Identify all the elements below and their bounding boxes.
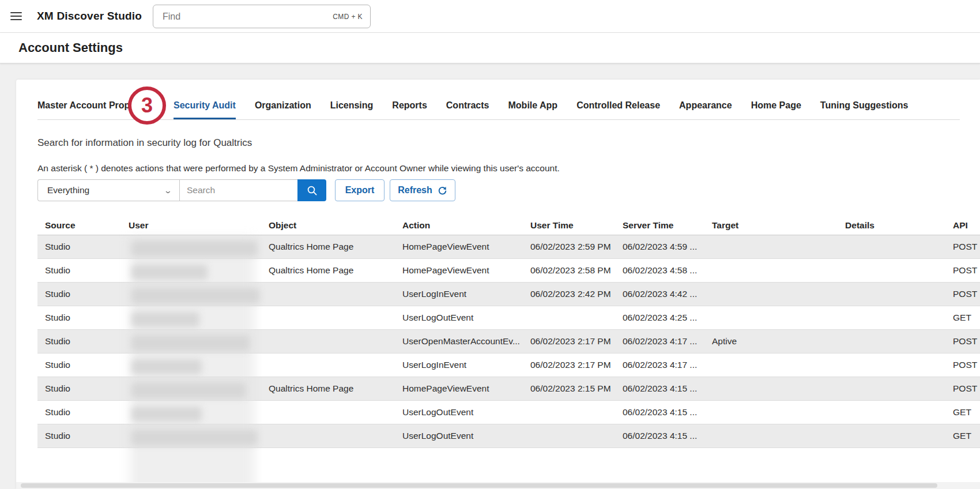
scope-dropdown[interactable]: Everything ⌄: [37, 179, 179, 201]
cell-user-time: 06/02/2023 2:17 PM: [523, 360, 615, 370]
cell-action: UserLogOutEvent: [395, 431, 523, 441]
cell-source: Studio: [37, 242, 121, 252]
table-header-row: SourceUserObjectActionUser TimeServer Ti…: [37, 216, 980, 235]
search-icon: [307, 185, 318, 196]
cell-server-time: 06/02/2023 4:15 ...: [615, 383, 704, 394]
table-row[interactable]: StudioQualtrics Home PageHomePageViewEve…: [37, 259, 980, 283]
cell-server-time: 06/02/2023 4:17 ...: [615, 360, 704, 370]
cell-source: Studio: [37, 289, 121, 299]
cell-action: UserLogOutEvent: [395, 407, 523, 417]
horizontal-scrollbar-thumb[interactable]: [21, 483, 937, 488]
settings-tab-bar: Master Account PropertiesSecurity AuditO…: [37, 92, 960, 120]
column-header-api: API: [945, 220, 980, 231]
refresh-icon: [438, 186, 447, 195]
tab-home-page[interactable]: Home Page: [751, 92, 801, 119]
column-header-user-time: User Time: [523, 220, 615, 231]
table-row[interactable]: StudioUserLogInEvent06/02/2023 2:42 PM06…: [37, 283, 980, 306]
table-row[interactable]: StudioUserOpenMasterAccountEv...06/02/20…: [37, 330, 980, 353]
refresh-button-label: Refresh: [398, 185, 432, 195]
cell-api: POST: [945, 289, 980, 299]
cell-object: Qualtrics Home Page: [261, 242, 395, 252]
cell-user-time: 06/02/2023 2:58 PM: [523, 265, 615, 276]
hamburger-menu-icon[interactable]: [10, 12, 22, 20]
cell-server-time: 06/02/2023 4:42 ...: [615, 289, 704, 299]
cell-source: Studio: [37, 431, 121, 441]
tab-organization[interactable]: Organization: [255, 92, 311, 119]
cell-user-time: 06/02/2023 2:59 PM: [523, 242, 615, 252]
cell-api: GET: [945, 407, 980, 417]
column-header-target: Target: [704, 220, 775, 231]
table-row[interactable]: StudioUserLogInEvent06/02/2023 2:17 PM06…: [37, 353, 980, 377]
tab-reports[interactable]: Reports: [392, 92, 427, 119]
tab-contracts[interactable]: Contracts: [446, 92, 489, 119]
column-header-object: Object: [261, 220, 395, 231]
cell-api: POST: [945, 336, 980, 347]
annotation-badge-number: 3: [141, 93, 153, 118]
account-settings-card: Master Account PropertiesSecurity AuditO…: [16, 80, 980, 489]
security-audit-table: SourceUserObjectActionUser TimeServer Ti…: [37, 216, 980, 448]
cell-action: HomePageViewEvent: [395, 242, 523, 252]
tab-tuning-suggestions[interactable]: Tuning Suggestions: [820, 92, 909, 119]
cell-source: Studio: [37, 313, 121, 323]
annotation-badge-circle: 3: [128, 86, 166, 125]
cell-source: Studio: [37, 383, 121, 394]
tab-appearance[interactable]: Appearance: [679, 92, 732, 119]
cell-server-time: 06/02/2023 4:59 ...: [615, 242, 704, 252]
page-header: Account Settings: [0, 33, 980, 63]
cell-user-time: 06/02/2023 2:42 PM: [523, 289, 615, 299]
cell-action: UserLogOutEvent: [395, 313, 523, 323]
table-row[interactable]: StudioUserLogOutEvent06/02/2023 4:15 ...…: [37, 401, 980, 424]
global-find: CMD + K: [153, 5, 371, 28]
cell-action: UserLogInEvent: [395, 289, 523, 299]
cell-source: Studio: [37, 265, 121, 276]
cell-api: POST: [945, 360, 980, 370]
column-header-user: User: [121, 220, 261, 231]
column-header-action: Action: [395, 220, 523, 231]
cell-server-time: 06/02/2023 4:17 ...: [615, 336, 704, 347]
cell-api: GET: [945, 313, 980, 323]
tab-security-audit[interactable]: Security Audit: [174, 92, 236, 119]
cell-target: Aptive: [704, 336, 775, 347]
cell-action: UserLogInEvent: [395, 360, 523, 370]
export-button-label: Export: [345, 185, 375, 195]
find-shortcut-hint: CMD + K: [333, 13, 363, 21]
cell-source: Studio: [37, 360, 121, 370]
search-input[interactable]: [179, 179, 297, 201]
cell-api: POST: [945, 242, 980, 252]
cell-api: POST: [945, 265, 980, 276]
column-header-details: Details: [775, 220, 945, 231]
cell-server-time: 06/02/2023 4:25 ...: [615, 313, 704, 323]
column-header-source: Source: [37, 220, 121, 231]
export-button[interactable]: Export: [335, 179, 385, 201]
tab-licensing[interactable]: Licensing: [330, 92, 374, 119]
table-row[interactable]: StudioUserLogOutEvent06/02/2023 4:25 ...…: [37, 306, 980, 330]
top-bar: XM Discover Studio CMD + K: [0, 0, 980, 33]
cell-user-time: 06/02/2023 2:17 PM: [523, 336, 615, 347]
search-button[interactable]: [297, 179, 326, 201]
horizontal-scrollbar[interactable]: [16, 482, 980, 489]
cell-source: Studio: [37, 336, 121, 347]
cell-api: GET: [945, 431, 980, 441]
chevron-down-icon: ⌄: [164, 186, 172, 195]
tab-mobile-app[interactable]: Mobile App: [508, 92, 558, 119]
asterisk-note: An asterisk ( * ) denotes actions that w…: [37, 163, 980, 174]
security-log-heading: Search for information in security log f…: [37, 137, 980, 149]
cell-action: HomePageViewEvent: [395, 383, 523, 394]
cell-object: Qualtrics Home Page: [261, 265, 395, 276]
cell-object: Qualtrics Home Page: [261, 383, 395, 394]
table-row[interactable]: StudioQualtrics Home PageHomePageViewEve…: [37, 377, 980, 401]
tab-controlled-release[interactable]: Controlled Release: [576, 92, 660, 119]
cell-action: UserOpenMasterAccountEv...: [395, 336, 523, 347]
cell-server-time: 06/02/2023 4:58 ...: [615, 265, 704, 276]
table-row[interactable]: StudioQualtrics Home PageHomePageViewEve…: [37, 235, 980, 259]
cell-action: HomePageViewEvent: [395, 265, 523, 276]
scope-dropdown-value: Everything: [47, 185, 89, 195]
cell-server-time: 06/02/2023 4:15 ...: [615, 431, 704, 441]
cell-server-time: 06/02/2023 4:15 ...: [615, 407, 704, 417]
cell-source: Studio: [37, 407, 121, 417]
page-title: Account Settings: [18, 40, 123, 55]
refresh-button[interactable]: Refresh: [390, 179, 455, 201]
cell-api: POST: [945, 383, 980, 394]
column-header-server-time: Server Time: [615, 220, 704, 231]
table-row[interactable]: StudioUserLogOutEvent06/02/2023 4:15 ...…: [37, 424, 980, 448]
